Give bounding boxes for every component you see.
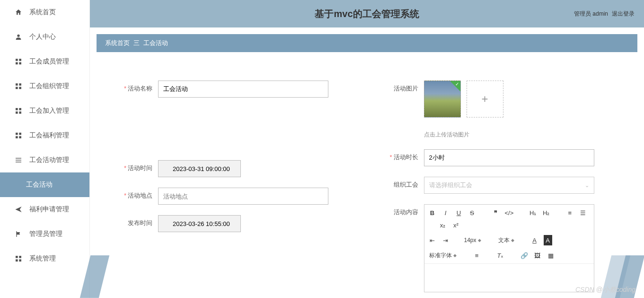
link-icon[interactable]: 🔗 bbox=[520, 250, 529, 261]
sidebar-item-label: 工会成员管理 bbox=[29, 57, 69, 66]
svg-rect-17 bbox=[16, 158, 21, 158]
svg-rect-3 bbox=[16, 62, 18, 64]
indent-icon[interactable]: ⇤ bbox=[428, 235, 437, 245]
admin-label[interactable]: 管理员 admin bbox=[574, 10, 608, 18]
clear-format-icon[interactable]: Tₓ bbox=[496, 250, 505, 261]
svg-rect-16 bbox=[19, 136, 21, 138]
label-location: *活动地点 bbox=[115, 188, 158, 200]
sidebar-item-welfare-apply[interactable]: 福利申请管理 bbox=[0, 197, 89, 222]
user-icon bbox=[14, 33, 23, 41]
svg-rect-18 bbox=[16, 160, 21, 160]
sidebar-item-label: 个人中心 bbox=[29, 33, 56, 41]
h1-icon[interactable]: H₁ bbox=[529, 208, 537, 218]
bold-icon[interactable]: B bbox=[428, 208, 437, 218]
grid-icon bbox=[14, 254, 23, 263]
strike-icon[interactable]: S bbox=[468, 208, 476, 218]
upload-add-button[interactable]: + bbox=[467, 81, 503, 117]
topbar: 基于mvc的工会管理系统 管理员 admin 退出登录 bbox=[90, 0, 644, 27]
list-icon bbox=[14, 156, 23, 164]
org-select[interactable]: 请选择组织工会 ⌄ bbox=[424, 177, 594, 194]
list-bullet-icon[interactable]: ☰ bbox=[579, 208, 587, 218]
sidebar-item-system[interactable]: 系统管理 bbox=[0, 246, 89, 271]
label-duration: *活动时长 bbox=[381, 149, 424, 162]
label-time: *活动时间 bbox=[115, 160, 158, 172]
sidebar-item-label: 系统管理 bbox=[29, 254, 56, 263]
activity-name-input[interactable] bbox=[158, 81, 328, 98]
breadcrumb-root[interactable]: 系统首页 bbox=[105, 39, 130, 47]
home-icon bbox=[14, 8, 23, 17]
logout-link[interactable]: 退出登录 bbox=[612, 10, 635, 18]
sidebar-item-label: 工会福利管理 bbox=[29, 131, 69, 140]
flag-icon bbox=[14, 230, 23, 238]
font-size-select[interactable]: 14px◆ bbox=[463, 236, 482, 244]
svg-rect-2 bbox=[19, 59, 21, 61]
subscript-icon[interactable]: x₂ bbox=[439, 220, 447, 230]
sidebar-item-activity[interactable]: 工会活动 bbox=[0, 172, 89, 197]
upload-hint: 点击上传活动图片 bbox=[424, 131, 619, 139]
sidebar-item-label: 系统首页 bbox=[29, 8, 56, 17]
list-ordered-icon[interactable]: ≡ bbox=[565, 208, 574, 218]
superscript-icon[interactable]: x² bbox=[452, 220, 460, 230]
sidebar-item-label: 福利申请管理 bbox=[29, 205, 69, 214]
activity-duration-input[interactable] bbox=[424, 149, 594, 166]
rich-text-editor: B I U S ❞ </> H₁ H₂ bbox=[424, 204, 594, 292]
sidebar-item-org[interactable]: 工会组织管理 bbox=[0, 74, 89, 99]
sidebar-item-welfare[interactable]: 工会福利管理 bbox=[0, 123, 89, 148]
label-org: 组织工会 bbox=[381, 177, 424, 189]
svg-rect-14 bbox=[19, 133, 21, 135]
quote-icon[interactable]: ❞ bbox=[492, 208, 500, 218]
svg-rect-22 bbox=[16, 259, 18, 262]
svg-rect-11 bbox=[16, 111, 18, 114]
svg-rect-5 bbox=[16, 83, 18, 86]
outdent-icon[interactable]: ⇥ bbox=[441, 235, 450, 245]
align-icon[interactable]: ≡ bbox=[473, 250, 481, 261]
breadcrumb: 系统首页 三 工会活动 bbox=[97, 34, 637, 52]
sidebar-item-label: 工会活动 bbox=[26, 181, 53, 189]
svg-rect-10 bbox=[19, 108, 21, 110]
breadcrumb-sep: 三 bbox=[133, 39, 140, 47]
code-icon[interactable]: </> bbox=[505, 208, 514, 218]
sidebar-item-label: 管理员管理 bbox=[29, 230, 62, 238]
sidebar-item-admin[interactable]: 管理员管理 bbox=[0, 222, 89, 246]
svg-point-0 bbox=[17, 35, 19, 37]
sidebar-item-label: 工会加入管理 bbox=[29, 107, 69, 115]
italic-icon[interactable]: I bbox=[441, 208, 450, 218]
svg-rect-15 bbox=[16, 136, 18, 138]
svg-rect-7 bbox=[16, 87, 18, 89]
activity-location-input[interactable] bbox=[158, 188, 328, 205]
plane-icon bbox=[14, 205, 23, 214]
page-title: 基于mvc的工会管理系统 bbox=[315, 8, 419, 20]
svg-rect-12 bbox=[19, 111, 21, 114]
svg-rect-19 bbox=[16, 162, 21, 162]
svg-rect-4 bbox=[19, 62, 21, 64]
sidebar-item-members[interactable]: 工会成员管理 bbox=[0, 49, 89, 74]
grid-icon bbox=[14, 131, 23, 140]
image-icon[interactable]: 🖼 bbox=[533, 250, 542, 261]
uploaded-image-thumb[interactable]: ✓ bbox=[424, 81, 461, 117]
text-type-select[interactable]: 文本◆ bbox=[497, 236, 515, 245]
sidebar-item-join[interactable]: 工会加入管理 bbox=[0, 99, 89, 123]
svg-rect-1 bbox=[16, 59, 18, 61]
h2-icon[interactable]: H₂ bbox=[542, 208, 550, 218]
sidebar-item-home[interactable]: 系统首页 bbox=[0, 0, 89, 25]
publish-time-input[interactable] bbox=[158, 215, 241, 232]
svg-rect-21 bbox=[19, 256, 21, 258]
grid-icon bbox=[14, 107, 23, 115]
sidebar-item-activity-mgmt[interactable]: 工会活动管理 bbox=[0, 148, 89, 172]
activity-time-input[interactable] bbox=[158, 160, 241, 177]
sidebar-item-label: 工会活动管理 bbox=[29, 156, 69, 164]
video-icon[interactable]: ▦ bbox=[547, 250, 555, 261]
sidebar: 系统首页 个人中心 工会成员管理 工会组织管理 工会加入管理 工会福利管理 工会… bbox=[0, 0, 90, 298]
sidebar-item-profile[interactable]: 个人中心 bbox=[0, 25, 89, 49]
label-image: 活动图片 bbox=[381, 81, 424, 93]
editor-toolbar: B I U S ❞ </> H₁ H₂ bbox=[424, 205, 594, 263]
svg-rect-23 bbox=[19, 259, 21, 262]
font-family-select[interactable]: 标准字体◆ bbox=[428, 251, 458, 260]
label-content: 活动内容 bbox=[381, 204, 424, 217]
underline-icon[interactable]: U bbox=[455, 208, 463, 218]
bg-color-icon[interactable]: A bbox=[544, 235, 552, 245]
font-color-icon[interactable]: A bbox=[530, 235, 539, 245]
editor-body[interactable] bbox=[424, 263, 594, 292]
svg-rect-9 bbox=[16, 108, 18, 110]
grid-icon bbox=[14, 57, 23, 66]
